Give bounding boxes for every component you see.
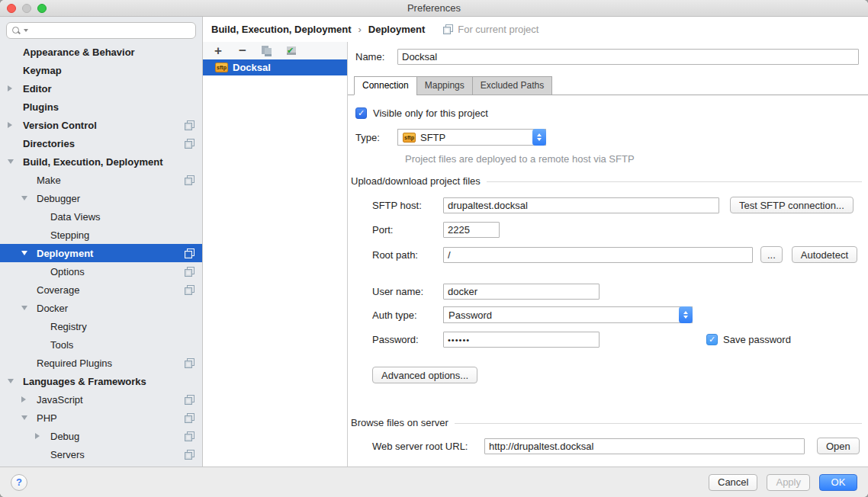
remove-server-button[interactable]: − — [236, 45, 249, 57]
sidebar-item-build-execution-deployment[interactable]: Build, Execution, Deployment — [0, 152, 202, 171]
tree-down-arrow-icon[interactable] — [21, 415, 37, 420]
settings-search-input[interactable] — [6, 22, 196, 39]
save-password-checkbox[interactable]: ✓ — [706, 334, 718, 345]
browse-root-path-button[interactable]: ... — [760, 246, 783, 263]
sidebar-item-keymap[interactable]: Keymap — [0, 61, 202, 79]
sidebar-item-label: Options — [50, 266, 85, 277]
sidebar-item-required-plugins[interactable]: Required Plugins — [0, 354, 202, 372]
sidebar-item-directories[interactable]: Directories — [0, 134, 202, 152]
sidebar-item-label: JavaScript — [37, 394, 83, 406]
root-path-input[interactable] — [443, 247, 753, 263]
sidebar-item-stepping[interactable]: Stepping — [0, 226, 202, 244]
tree-down-arrow-icon[interactable] — [8, 379, 23, 383]
server-list-item-docksal[interactable]: sftpDocksal — [203, 59, 347, 75]
ok-button[interactable]: OK — [819, 474, 857, 491]
sidebar-item-label: Directories — [23, 138, 75, 149]
tree-down-arrow-icon[interactable] — [21, 306, 37, 310]
cancel-button[interactable]: Cancel — [709, 474, 757, 491]
for-current-project-icon — [185, 450, 194, 460]
breadcrumb-parent[interactable]: Build, Execution, Deployment — [211, 24, 351, 35]
server-list-toolbar: + − — [203, 42, 347, 59]
tree-down-arrow-icon[interactable] — [21, 196, 37, 200]
sidebar-item-languages-frameworks[interactable]: Languages & Frameworks — [0, 372, 202, 390]
for-current-project-icon — [185, 358, 194, 368]
sidebar-item-label: Debug — [50, 431, 79, 442]
auth-type-row: Auth type: Password — [372, 306, 868, 323]
sidebar-item-javascript[interactable]: JavaScript — [0, 390, 202, 409]
sidebar-item-debug[interactable]: Debug — [0, 427, 202, 445]
use-as-default-button[interactable] — [285, 45, 297, 57]
autodetect-button[interactable]: Autodetect — [792, 246, 857, 263]
web-root-row: Web server root URL: Open — [372, 438, 868, 454]
add-server-button[interactable]: + — [212, 45, 224, 57]
copy-server-button[interactable] — [261, 45, 273, 57]
tree-down-arrow-icon[interactable] — [8, 159, 23, 164]
use-as-default-icon — [286, 46, 297, 56]
user-name-input[interactable] — [443, 284, 600, 300]
tab-excluded-paths[interactable]: Excluded Paths — [472, 76, 552, 95]
sidebar-item-make[interactable]: Make — [0, 171, 202, 189]
scope-label: For current project — [458, 24, 538, 35]
minimize-window-button[interactable] — [22, 4, 31, 13]
sidebar-item-label: Servers — [50, 449, 85, 460]
server-name: Docksal — [233, 62, 271, 73]
sidebar-item-version-control[interactable]: Version Control — [0, 116, 202, 134]
sftp-host-input[interactable] — [443, 197, 719, 213]
deployment-form: Name: ConnectionMappingsExcluded Paths ✓… — [348, 42, 868, 467]
sftp-server-icon: sftp — [215, 63, 228, 72]
sidebar-item-options[interactable]: Options — [0, 262, 202, 281]
sidebar-item-editor[interactable]: Editor — [0, 79, 202, 98]
breadcrumb: Build, Execution, Deployment › Deploymen… — [203, 17, 868, 42]
for-current-project-icon — [185, 248, 194, 258]
sidebar-item-debugger[interactable]: Debugger — [0, 189, 202, 207]
tree-right-arrow-icon[interactable] — [8, 122, 23, 128]
tree-down-arrow-icon[interactable] — [21, 251, 37, 255]
sidebar-item-data-views[interactable]: Data Views — [0, 207, 202, 226]
sidebar-item-tools[interactable]: Tools — [0, 335, 202, 354]
apply-button[interactable]: Apply — [767, 474, 810, 491]
name-input[interactable] — [397, 49, 859, 65]
tree-right-arrow-icon[interactable] — [8, 85, 23, 91]
sidebar-item-php[interactable]: PHP — [0, 409, 202, 427]
upload-section-title: Upload/download project files — [351, 175, 481, 187]
web-root-input[interactable] — [484, 438, 805, 454]
settings-sidebar: Appearance & BehaviorKeymapEditorPlugins… — [0, 17, 203, 467]
type-select[interactable]: sftp SFTP — [397, 129, 546, 146]
tab-mappings[interactable]: Mappings — [416, 76, 472, 95]
help-button[interactable]: ? — [11, 474, 27, 491]
zoom-window-button[interactable] — [37, 4, 47, 13]
sidebar-item-plugins[interactable]: Plugins — [0, 98, 202, 116]
port-input[interactable] — [443, 222, 500, 238]
title-bar: Preferences — [0, 0, 868, 17]
upload-section-header: Upload/download project files — [351, 175, 862, 187]
close-window-button[interactable] — [7, 4, 16, 13]
sidebar-item-servers[interactable]: Servers — [0, 445, 202, 463]
sidebar-item-label: Debugger — [37, 193, 80, 204]
password-input[interactable] — [443, 332, 600, 348]
test-sftp-connection-button[interactable]: Test SFTP connection... — [730, 197, 854, 213]
search-icon — [11, 26, 21, 36]
sidebar-item-label: Data Views — [50, 211, 101, 223]
tree-right-arrow-icon[interactable] — [21, 396, 37, 402]
auth-type-select[interactable]: Password — [443, 306, 693, 323]
for-current-project-icon — [185, 395, 194, 405]
sidebar-item-label: Languages & Frameworks — [23, 376, 146, 387]
sidebar-item-label: Registry — [50, 321, 87, 332]
search-options-caret-icon[interactable] — [24, 29, 28, 32]
sidebar-item-label: Build, Execution, Deployment — [23, 156, 162, 168]
for-current-project-icon — [185, 139, 194, 149]
port-label: Port: — [372, 224, 443, 236]
tree-right-arrow-icon[interactable] — [35, 433, 50, 439]
sidebar-item-coverage[interactable]: Coverage — [0, 281, 202, 299]
sidebar-item-docker[interactable]: Docker — [0, 299, 202, 317]
dropdown-stepper-icon — [532, 129, 546, 146]
visible-only-checkbox[interactable]: ✓ — [355, 107, 367, 119]
for-current-project-icon — [443, 24, 453, 34]
tab-connection[interactable]: Connection — [354, 76, 416, 95]
sidebar-item-registry[interactable]: Registry — [0, 317, 202, 335]
sidebar-item-appearance-behavior[interactable]: Appearance & Behavior — [0, 43, 202, 61]
open-button[interactable]: Open — [817, 438, 860, 454]
advanced-options-button[interactable]: Advanced options... — [372, 367, 477, 383]
sidebar-item-deployment[interactable]: Deployment — [0, 244, 202, 262]
auth-type-value: Password — [448, 309, 492, 321]
